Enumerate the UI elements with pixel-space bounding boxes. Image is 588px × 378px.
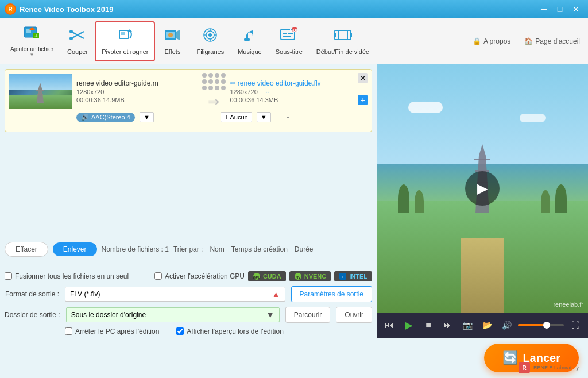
minimize-button[interactable]: ─: [536, 3, 551, 16]
edit-icon: ✏: [230, 79, 236, 87]
toolbar-item-pivoter[interactable]: Pivoter et rogner: [95, 21, 155, 61]
app-logo: R: [5, 3, 16, 15]
effacer-button[interactable]: Effacer: [5, 242, 48, 257]
play-button[interactable]: ▶: [465, 171, 500, 206]
close-file-button[interactable]: ✕: [358, 73, 368, 83]
thumbnail-image: [9, 74, 72, 109]
accueil-link[interactable]: 🏠 Page d'accueil: [520, 35, 585, 48]
audio-dropdown[interactable]: ▼: [140, 112, 154, 122]
tree-2: [415, 190, 424, 213]
subtitle-dropdown[interactable]: ▼: [257, 112, 271, 122]
skip-forward-button[interactable]: ⏭: [440, 317, 456, 333]
params-button[interactable]: Paramètres de sortie: [291, 286, 372, 302]
volume-handle: [543, 322, 550, 329]
svg-rect-13: [121, 32, 125, 35]
renee-logo: R RENE.E Laboratory: [517, 361, 579, 375]
arreter-checkbox[interactable]: [65, 327, 72, 335]
svg-text:SUB: SUB: [290, 28, 298, 33]
toolbar-label-ajouter: Ajouter un fichier: [10, 46, 53, 52]
arrow-area: ⇒: [202, 73, 226, 110]
svg-rect-35: [334, 33, 336, 37]
nvenc-badge[interactable]: NV NVENC: [289, 271, 331, 281]
play-pause-button[interactable]: ▶: [401, 317, 417, 333]
convert-arrow-icon: ⇒: [208, 94, 219, 110]
svg-rect-47: [474, 159, 490, 160]
toolbar-label-sous-titre: Sous-titre: [276, 48, 303, 55]
toolbar-item-couper[interactable]: Couper: [60, 21, 95, 61]
svg-point-25: [246, 38, 250, 41]
svg-point-9: [69, 30, 73, 33]
options-area: Fusionner tous les fichiers en un seul A…: [5, 269, 372, 374]
more-options[interactable]: ···: [264, 88, 269, 95]
sous-titre-icon: SUB: [280, 27, 298, 47]
svg-text:NV: NV: [296, 276, 300, 279]
musique-icon: [241, 27, 258, 47]
enlever-button[interactable]: Enlever: [53, 242, 97, 256]
svg-text:GPU: GPU: [253, 276, 260, 279]
toolbar-item-debut[interactable]: Début/Fin de vidéc: [310, 21, 376, 61]
file-name-input: renee video editor-guide.m: [76, 79, 198, 87]
sort-creation[interactable]: Temps de création: [231, 245, 288, 253]
file-info-input: renee video editor-guide.m 1280x720 00:0…: [76, 79, 198, 103]
volume-slider[interactable]: [518, 324, 564, 326]
gpu-checkbox-label[interactable]: Activer l'accélération GPU: [154, 272, 245, 280]
afficher-checkbox-label[interactable]: Afficher l'aperçu lors de l'édition: [176, 327, 283, 335]
sort-duree[interactable]: Durée: [295, 245, 314, 253]
parcourir-button[interactable]: Parcourir: [285, 307, 331, 323]
close-button[interactable]: ✕: [568, 3, 583, 16]
right-panel: reneelab.fr ▶ ⏮ ▶ ■ ⏭ 📷 📂 🔊 ⛶ 🔄 Lance: [377, 64, 588, 378]
lancer-icon: 🔄: [502, 350, 518, 365]
svg-rect-29: [283, 36, 291, 37]
toolbar-item-filigranes[interactable]: Filigranes: [189, 21, 231, 61]
apropos-label: A propos: [483, 37, 510, 45]
sort-nom[interactable]: Nom: [210, 245, 224, 253]
intel-badge[interactable]: i INTEL: [334, 271, 372, 281]
afficher-checkbox[interactable]: [176, 327, 184, 335]
audio-icon: 🔊: [81, 114, 89, 121]
gpu-checkbox[interactable]: [154, 272, 162, 280]
toolbar-item-sous-titre[interactable]: SUB Sous-titre: [269, 21, 310, 61]
tree-4: [541, 190, 550, 213]
folder-button[interactable]: 📂: [479, 317, 495, 333]
pivoter-icon: [116, 27, 134, 47]
volume-button[interactable]: 🔊: [498, 317, 514, 333]
launch-area: 🔄 Lancer R RENE.E Laboratory: [377, 338, 588, 378]
ouvrir-button[interactable]: Ouvrir: [336, 307, 372, 323]
apropos-link[interactable]: 🔒 A propos: [468, 35, 515, 48]
dossier-label: Dossier de sortie :: [5, 311, 60, 319]
fusionner-checkbox-label[interactable]: Fusionner tous les fichiers en un seul: [5, 272, 129, 280]
fusionner-checkbox[interactable]: [5, 272, 12, 280]
subtitle-badge: T Aucun: [220, 112, 252, 122]
svg-text:+: +: [34, 33, 38, 39]
subtitle-icon: T: [225, 114, 229, 121]
toolbar-label-pivoter: Pivoter et rogner: [102, 48, 148, 55]
skip-back-button[interactable]: ⏮: [381, 317, 397, 333]
format-select[interactable]: FLV (*.flv) ▲: [65, 287, 285, 302]
gpu-label: Activer l'accélération GPU: [165, 272, 245, 280]
svg-marker-37: [37, 83, 44, 103]
effets-icon: [164, 27, 181, 47]
cuda-badge[interactable]: GPU CUDA: [248, 271, 286, 281]
stop-button[interactable]: ■: [420, 317, 436, 333]
fullscreen-button[interactable]: ⛶: [567, 317, 583, 333]
maximize-button[interactable]: □: [552, 3, 567, 16]
action-bar: Effacer Enlever Nombre de fichiers : 1 T…: [5, 240, 372, 259]
toolbar-item-effets[interactable]: Effets: [155, 21, 189, 61]
add-file-button[interactable]: +: [358, 95, 368, 105]
arreter-label: Arrêter le PC après l'édition: [75, 327, 159, 335]
screenshot-button[interactable]: 📷: [459, 317, 475, 333]
toolbar-item-musique[interactable]: Musique: [231, 21, 269, 61]
sort-options: Trier par : Nom Temps de création Durée: [173, 245, 314, 253]
svg-rect-39: [37, 94, 43, 95]
toolbar-label-filigranes: Filigranes: [196, 48, 224, 55]
audio-badge: 🔊 AAC(Stereo 4: [76, 113, 135, 122]
folder-select[interactable]: Sous le dossier d'origine ▼: [66, 307, 280, 322]
cloud-1: [408, 102, 443, 113]
svg-text:R: R: [522, 365, 527, 371]
arreter-checkbox-label[interactable]: Arrêter le PC après l'édition: [65, 327, 159, 335]
toolbar-item-ajouter[interactable]: + Ajouter un fichier ▼: [3, 21, 60, 61]
file-resolution-output: 1280x720 ···: [230, 88, 351, 95]
svg-rect-27: [283, 33, 287, 34]
format-label: Format de sortie :: [5, 290, 59, 298]
video-background: reneelab.fr ▶: [377, 64, 588, 313]
